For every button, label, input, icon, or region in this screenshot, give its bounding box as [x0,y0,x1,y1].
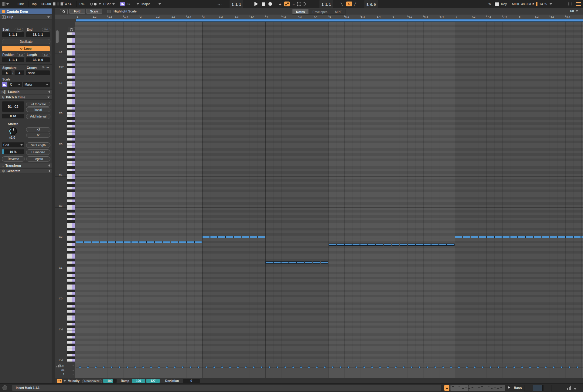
white-key[interactable] [67,32,75,35]
white-key[interactable] [67,274,75,277]
black-key[interactable] [67,171,75,174]
velocity-marker[interactable] [568,366,571,368]
white-key[interactable] [67,161,75,163]
black-key[interactable] [67,272,75,274]
tap-tempo-button[interactable]: Tap [31,0,37,8]
white-key[interactable] [67,192,75,194]
generate-section-header[interactable]: ⦿ Generate [0,169,52,173]
tab-notes[interactable]: Notes [292,9,309,14]
loop-button[interactable]: ↻Loop [2,46,50,51]
velocity-marker[interactable] [387,366,389,368]
velocity-marker[interactable] [166,366,168,368]
velocity-grid[interactable] [75,363,583,378]
velocity-marker[interactable] [111,366,113,368]
white-key[interactable] [67,285,75,287]
white-key[interactable] [67,38,75,40]
black-key[interactable] [67,73,75,76]
black-key[interactable] [67,302,75,305]
midi-note[interactable] [226,236,234,238]
midi-note[interactable] [344,244,352,246]
velocity-marker[interactable] [103,366,105,368]
velocity-marker[interactable] [418,366,421,368]
velocity-marker[interactable] [276,366,278,368]
white-key[interactable] [67,102,75,104]
time-signature-field[interactable]: 4 / 4 [65,0,71,8]
record-button[interactable] [268,0,272,8]
midi-note[interactable] [139,241,147,243]
randomize-amount-field[interactable]: 100 [103,379,117,383]
midi-note[interactable] [479,236,486,238]
automation-mode-icon[interactable] [303,0,306,8]
midi-note[interactable] [329,244,336,246]
white-key[interactable] [67,115,75,117]
black-key[interactable] [67,333,75,336]
velocity-marker[interactable] [434,366,436,368]
velocity-marker[interactable] [505,366,507,368]
velocity-marker[interactable] [229,366,231,368]
clip-section-header[interactable]: Clip [0,15,52,19]
white-key[interactable] [67,176,75,179]
lane-marker-button[interactable] [57,379,62,383]
humanize-amount-field[interactable]: 10 % [2,149,24,154]
quantize-menu[interactable]: 1 Bar [103,0,115,8]
highlight-scale-checkbox[interactable] [107,10,111,13]
midi-note[interactable] [376,244,384,246]
velocity-marker[interactable] [537,366,539,368]
midi-note[interactable] [463,236,470,238]
humanize-button[interactable]: Humanize [26,149,50,155]
collapse-arrow-icon[interactable] [47,16,50,18]
back-to-arrangement-icon[interactable]: ← [292,0,296,8]
velocity-marker[interactable] [316,366,318,368]
midi-note[interactable] [76,241,84,243]
velocity-marker[interactable] [355,366,357,368]
midi-note[interactable] [179,241,186,243]
tab-envelopes[interactable]: Envelopes [309,9,331,14]
vertical-scrollbar[interactable] [56,30,59,43]
white-key[interactable] [67,254,75,256]
white-key[interactable] [67,328,75,331]
white-key[interactable] [67,133,75,135]
nudge-down-icon[interactable] [53,0,57,8]
midi-note[interactable] [581,236,583,238]
set-length-button[interactable]: Set Length [26,142,50,148]
preview-headphone-icon[interactable] [68,27,75,32]
velocity-marker[interactable] [347,366,349,368]
midi-note[interactable] [305,261,312,264]
midi-note[interactable] [131,241,139,243]
velocity-marker[interactable] [261,366,263,368]
add-interval-button[interactable]: Add Interval [26,114,50,119]
midi-note[interactable] [471,236,478,238]
midi-note[interactable] [107,241,115,243]
scale-root-select[interactable]: C [9,82,22,87]
black-key[interactable] [67,141,75,143]
loop-switch[interactable]: ↻ [346,2,352,6]
stretch-halve-button[interactable]: /2 [26,133,50,138]
grid-setting-menu[interactable]: 1/8 [570,9,578,13]
midi-note[interactable] [573,236,581,238]
lane-select-arrow-icon[interactable] [63,378,66,383]
velocity-marker[interactable] [95,366,97,368]
white-key[interactable] [67,71,75,73]
scale-highlight-button[interactable]: Scale [86,9,102,14]
piano-keyboard[interactable] [67,22,75,363]
midi-note[interactable] [171,241,178,243]
white-key[interactable] [67,236,75,238]
signature-numerator-field[interactable]: 4 [2,70,12,75]
white-key[interactable] [67,354,75,356]
midi-note[interactable] [210,236,218,238]
velocity-marker[interactable] [332,366,334,368]
black-key[interactable] [67,241,75,243]
midi-note[interactable] [368,244,376,246]
tab-mpe[interactable]: MPE [331,9,346,14]
velocity-marker[interactable] [482,366,484,368]
midi-note[interactable] [439,244,447,246]
black-key[interactable] [67,290,75,292]
white-key[interactable] [67,230,75,233]
velocity-marker[interactable] [284,366,286,368]
pitch-time-section-header[interactable]: ⇆ Pitch & Time [0,95,52,100]
stretch-knob[interactable] [9,127,18,136]
grid-select[interactable]: Grid [2,142,24,147]
white-key[interactable] [67,341,75,343]
midi-note[interactable] [186,241,194,243]
velocity-marker[interactable] [253,366,255,368]
